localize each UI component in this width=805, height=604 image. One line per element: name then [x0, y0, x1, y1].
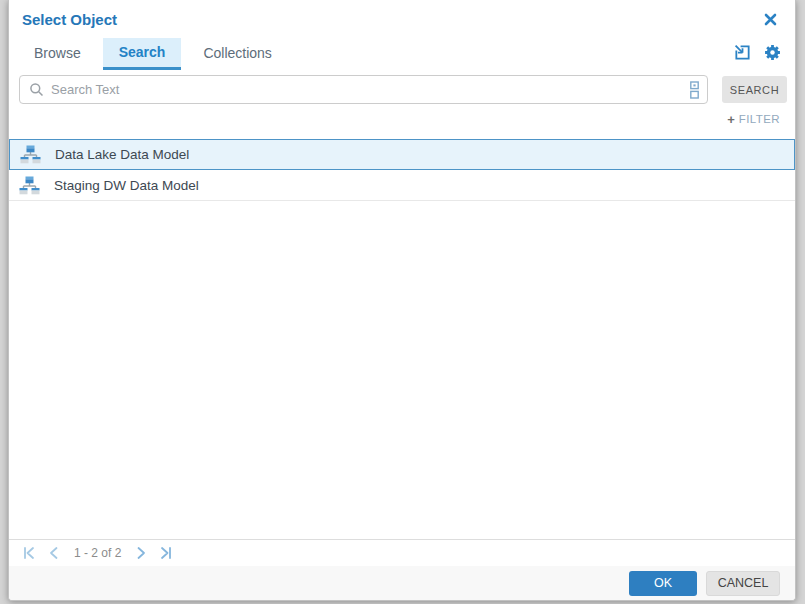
- dialog-title: Select Object: [22, 11, 117, 28]
- pagination-range-label: 1 - 2 of 2: [74, 546, 121, 560]
- tab-browse[interactable]: Browse: [18, 38, 97, 70]
- select-object-dialog: Select Object Browse Search Collections: [8, 0, 796, 601]
- filter-row: + FILTER: [9, 106, 795, 132]
- list-item-label: Data Lake Data Model: [55, 147, 189, 162]
- list-item[interactable]: Staging DW Data Model: [9, 170, 795, 201]
- first-page-icon[interactable]: [22, 546, 36, 560]
- data-model-icon: [20, 145, 41, 164]
- filter-label: FILTER: [739, 113, 780, 125]
- tab-bar-actions: [734, 44, 781, 61]
- gear-icon[interactable]: [764, 44, 781, 61]
- close-icon[interactable]: [763, 12, 777, 26]
- dialog-header: Select Object: [9, 0, 795, 38]
- previous-page-icon[interactable]: [47, 546, 61, 560]
- search-box[interactable]: [19, 75, 708, 104]
- search-results-list: Data Lake Data Model Staging DW Data Mod…: [9, 132, 795, 539]
- list-item[interactable]: Data Lake Data Model: [9, 139, 795, 170]
- tab-bar: Browse Search Collections: [9, 38, 795, 70]
- search-button[interactable]: SEARCH: [722, 76, 787, 103]
- data-model-icon: [19, 176, 40, 195]
- pagination-bar: 1 - 2 of 2: [9, 539, 795, 566]
- add-filter-link[interactable]: + FILTER: [727, 113, 780, 126]
- ok-button[interactable]: OK: [629, 571, 697, 596]
- next-page-icon[interactable]: [134, 546, 148, 560]
- import-arrow-icon[interactable]: [734, 44, 751, 61]
- list-item-label: Staging DW Data Model: [54, 178, 199, 193]
- search-input[interactable]: [51, 82, 689, 97]
- dialog-footer: OK CANCEL: [9, 566, 795, 600]
- plus-icon: +: [727, 113, 735, 126]
- last-page-icon[interactable]: [159, 546, 173, 560]
- cancel-button[interactable]: CANCEL: [706, 571, 780, 596]
- tab-collections[interactable]: Collections: [187, 38, 287, 70]
- structured-search-icon[interactable]: [689, 81, 700, 99]
- search-icon: [29, 82, 44, 97]
- tab-search[interactable]: Search: [103, 38, 182, 70]
- search-row: SEARCH: [9, 70, 795, 106]
